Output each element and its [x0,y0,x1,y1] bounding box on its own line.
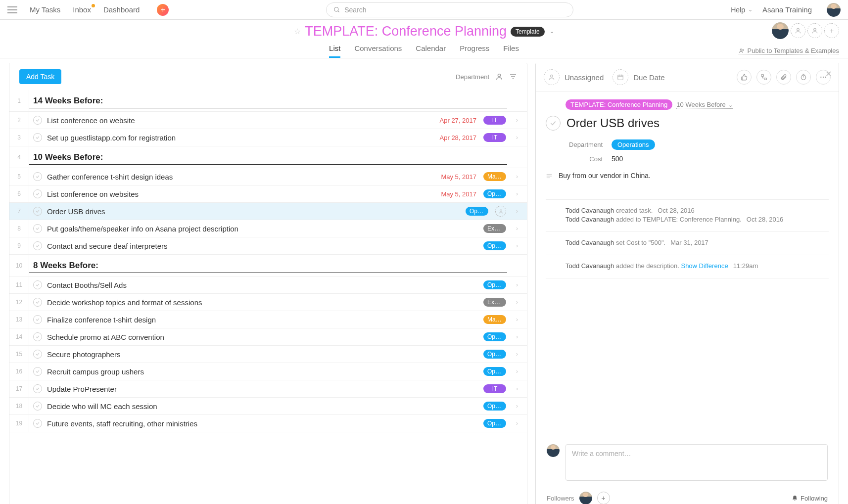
follower-avatar[interactable] [579,492,592,504]
department-tag[interactable]: Exec… [483,224,506,233]
department-tag[interactable]: Mark… [483,315,506,324]
menu-icon[interactable] [7,6,17,13]
add-member-button[interactable]: + [824,23,839,38]
task-row[interactable]: 3Set up guestlistapp.com for registratio… [9,129,527,146]
assignee-placeholder[interactable] [544,69,560,85]
project-privacy[interactable]: Public to Templates & Examples [739,47,839,55]
complete-checkbox[interactable] [33,298,42,307]
department-tag[interactable]: Oper… [483,350,506,359]
nav-inbox[interactable]: Inbox [73,5,91,14]
department-tag[interactable]: Oper… [483,189,506,198]
department-tag[interactable]: Oper… [483,241,506,250]
complete-checkbox[interactable] [33,224,42,233]
assignee-placeholder[interactable] [495,206,506,217]
task-row[interactable]: 17Update ProPresenterIT› [9,380,527,398]
nav-dashboard[interactable]: Dashboard [103,5,140,14]
field-value-department[interactable]: Operations [612,139,655,150]
due-date-placeholder[interactable] [612,69,628,85]
timer-button[interactable] [796,70,811,85]
section-header[interactable]: 108 Weeks Before: [9,255,527,276]
star-icon[interactable]: ☆ [294,27,301,36]
task-row[interactable]: 18Decide who will MC each sessionOper…› [9,398,527,415]
like-button[interactable] [737,70,752,85]
complete-checkbox[interactable] [33,241,42,250]
assignee-label[interactable]: Unassigned [565,73,604,82]
filter-icon[interactable] [509,73,517,81]
task-row[interactable]: 7Order USB drivesOper…› [9,203,527,220]
tab-conversations[interactable]: Conversations [354,44,402,58]
task-row[interactable]: 9Contact and secure deaf interpretersOpe… [9,237,527,255]
tab-files[interactable]: Files [503,44,519,58]
project-title[interactable]: TEMPLATE: Conference Planning [305,24,507,39]
tab-progress[interactable]: Progress [460,44,489,58]
department-tag[interactable]: IT [483,384,506,393]
task-title[interactable]: Order USB drives [566,116,660,130]
quick-add-button[interactable]: + [157,4,169,16]
complete-checkbox[interactable] [33,207,42,216]
complete-checkbox[interactable] [33,189,42,198]
complete-checkbox[interactable] [33,315,42,324]
task-row[interactable]: 2List conference on websiteApr 27, 2017I… [9,112,527,129]
project-menu-chevron[interactable]: ⌄ [550,28,554,35]
detail-project-pill[interactable]: TEMPLATE: Conference Planning [565,99,672,110]
attachment-button[interactable] [776,70,791,85]
department-tag[interactable]: Oper… [483,419,506,428]
field-value-cost[interactable]: 500 [612,155,623,163]
show-difference-link[interactable]: Show Difference [681,262,728,270]
section-header[interactable]: 410 Weeks Before: [9,146,527,168]
task-row[interactable]: 8Put goals/theme/speaker info on Asana p… [9,220,527,237]
tab-calendar[interactable]: Calendar [416,44,446,58]
task-row[interactable]: 11Contact Booths/Sell AdsOper…› [9,276,527,294]
complete-checkbox[interactable] [33,172,42,181]
help-link[interactable]: Help⌄ [731,6,753,14]
nav-my-tasks[interactable]: My Tasks [30,5,60,14]
complete-checkbox[interactable] [33,402,42,411]
add-follower-button[interactable]: + [597,492,610,504]
task-row[interactable]: 13Finalize conference t-shirt designMark… [9,311,527,328]
task-row[interactable]: 15Secure photographersOper…› [9,346,527,363]
following-toggle[interactable]: Following [792,495,828,502]
task-row[interactable]: 12Decide workshop topics and format of s… [9,294,527,311]
section-header[interactable]: 114 Weeks Before: [9,90,527,112]
add-member-placeholder[interactable] [791,23,805,38]
task-row[interactable]: 6List conference on websitesMay 5, 2017O… [9,185,527,203]
member-avatar[interactable] [772,22,789,39]
close-icon[interactable]: ✕ [825,69,832,79]
department-tag[interactable]: Oper… [483,332,506,341]
due-date-label[interactable]: Due Date [633,73,664,82]
task-row[interactable]: 5Gather conference t-shirt design ideasM… [9,168,527,185]
sort-field-label[interactable]: Department [456,73,489,81]
task-row[interactable]: 16Recruit campus group ushersOper…› [9,363,527,380]
add-task-button[interactable]: Add Task [19,69,61,84]
complete-checkbox[interactable] [33,384,42,393]
user-avatar[interactable] [827,3,841,17]
department-tag[interactable]: Exec… [483,298,506,307]
tab-list[interactable]: List [329,44,340,58]
subtask-button[interactable] [756,70,771,85]
complete-checkbox[interactable] [33,367,42,376]
add-member-placeholder[interactable] [807,23,822,38]
department-tag[interactable]: Oper… [483,402,506,411]
department-tag[interactable]: Oper… [466,207,488,216]
complete-checkbox[interactable] [33,116,42,125]
complete-checkbox[interactable] [33,332,42,341]
task-list[interactable]: 114 Weeks Before:2List conference on web… [9,90,527,504]
comment-input[interactable]: Write a comment… [565,444,828,481]
workspace-name[interactable]: Asana Training [762,5,812,14]
task-row[interactable]: 19Future events, staff recruiting, other… [9,415,527,432]
complete-checkbox[interactable] [33,133,42,142]
department-tag[interactable]: Mark… [483,172,506,181]
detail-section-link[interactable]: 10 Weeks Before ⌄ [676,101,733,109]
department-tag[interactable]: Oper… [483,280,506,289]
department-tag[interactable]: Oper… [483,367,506,376]
assignee-filter-icon[interactable] [495,73,503,81]
search-input[interactable]: Search [326,2,573,17]
complete-checkbox[interactable] [33,280,42,289]
department-tag[interactable]: IT [483,116,506,125]
complete-task-button[interactable] [546,116,561,131]
task-description[interactable]: Buy from our vendor in China. [559,172,651,180]
task-row[interactable]: 14Schedule promo at ABC conventionOper…› [9,328,527,346]
complete-checkbox[interactable] [33,350,42,359]
department-tag[interactable]: IT [483,133,506,142]
complete-checkbox[interactable] [33,419,42,428]
